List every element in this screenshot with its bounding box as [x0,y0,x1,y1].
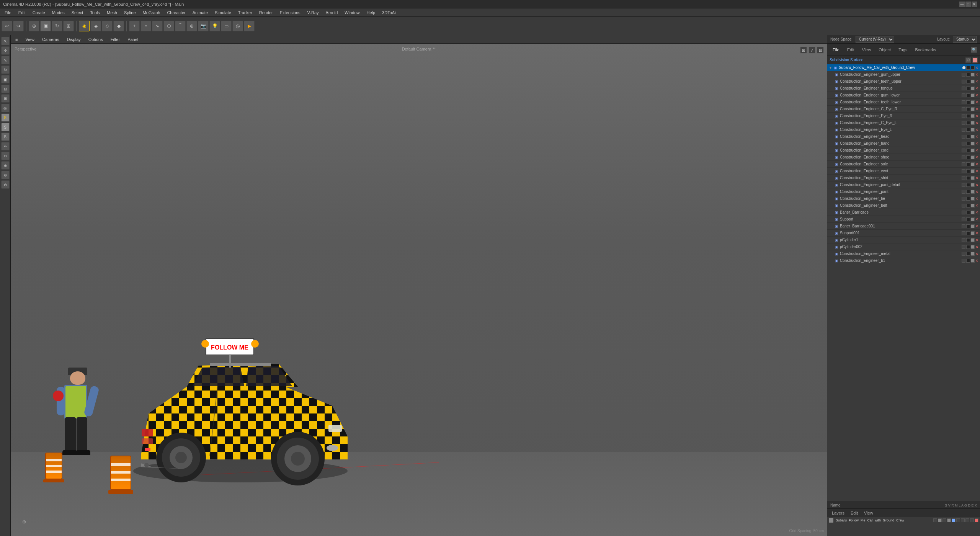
tree-item-13[interactable]: ▣ Construction_Engineer_sole ✕ [827,161,980,168]
menu-item-simulate[interactable]: Simulate [212,10,234,16]
del-icon-10[interactable]: ✕ [975,142,978,145]
del-icon-9[interactable]: ✕ [975,135,978,139]
rotate-btn[interactable]: ↻ [1,65,10,74]
tree-item-17[interactable]: ▣ Construction_Engineer_pant ✕ [827,188,980,195]
material-button[interactable]: ◎ [232,21,243,31]
tree-item-3[interactable]: ▣ Construction_Engineer_gum_lower ✕ [827,92,980,99]
menu-item-spline[interactable]: Spline [121,10,139,16]
tree-item-19[interactable]: ▣ Construction_Engineer_belt ✕ [827,202,980,209]
rotate-tool-button[interactable]: ↻ [52,21,62,31]
menu-item-edit[interactable]: Edit [15,10,29,16]
delete-icon[interactable]: ✕ [975,66,978,70]
tree-item-5[interactable]: ▣ Construction_Engineer_C_Eye_R ✕ [827,106,980,113]
tree-item-11[interactable]: ▣ Construction_Engineer_cord ✕ [827,147,980,154]
del-icon-17[interactable]: ✕ [975,190,978,194]
menu-item-window[interactable]: Window [341,10,363,16]
tree-item-0[interactable]: ▣ Construction_Engineer_gum_upper ✕ [827,71,980,78]
del-icon-14[interactable]: ✕ [975,169,978,173]
del-icon-5[interactable]: ✕ [975,107,978,111]
menu-item-file[interactable]: File [2,10,15,16]
viewport-menu-cameras[interactable]: View [23,36,37,42]
boole-button[interactable]: ⊕ [186,21,197,31]
del-icon-15[interactable]: ✕ [975,176,978,180]
del-icon-24[interactable]: ✕ [975,238,978,242]
del-icon-21[interactable]: ✕ [975,217,978,221]
del-icon-26[interactable]: ✕ [975,252,978,256]
tree-item-16[interactable]: ▣ Construction_Engineer_pant_detail ✕ [827,181,980,188]
floor-button[interactable]: ▭ [221,21,232,31]
del-icon-19[interactable]: ✕ [975,204,978,208]
tool14-btn[interactable]: ⊕ [1,161,10,170]
layers-tab-edit[interactable]: Edit [849,510,859,516]
menu-item-mesh[interactable]: Mesh [104,10,120,16]
del-icon-0[interactable]: ✕ [975,73,978,77]
del-icon-13[interactable]: ✕ [975,162,978,166]
tool5-btn[interactable]: ▣ [1,75,10,83]
del-icon-18[interactable]: ✕ [975,197,978,201]
menu-item-tools[interactable]: Tools [87,10,103,16]
menu-item-modes[interactable]: Modes [49,10,68,16]
menu-item-tracker[interactable]: Tracker [235,10,255,16]
tree-item-1[interactable]: ▣ Construction_Engineer_teeth_upper ✕ [827,78,980,85]
menu-item-extensions[interactable]: Extensions [277,10,304,16]
tree-item-4[interactable]: ▣ Construction_Engineer_teeth_lower ✕ [827,99,980,106]
tool11-btn[interactable]: S [1,132,10,141]
menu-item-create[interactable]: Create [29,10,48,16]
scale-tool-button[interactable]: ▣ [40,21,51,31]
del-icon-27[interactable]: ✕ [975,259,978,263]
menu-item-character[interactable]: Character [164,10,188,16]
viewport-menu-extra[interactable]: Panel [125,36,140,42]
search-button[interactable]: 🔍 [971,47,977,53]
viewport-menu-filter[interactable]: Options [86,36,105,42]
del-icon-8[interactable]: ✕ [975,128,978,132]
tool10-btn[interactable]: S [1,123,10,131]
select-tool-btn[interactable]: ↖ [1,37,10,45]
tree-item-25[interactable]: ▣ pCylinder002 ✕ [827,243,980,250]
redo-button[interactable]: ↪ [13,21,24,31]
move-tool-button[interactable]: ⊕ [29,21,39,31]
maximize-button[interactable]: □ [965,2,971,7]
viewport[interactable]: FOLLOW ME [11,44,827,536]
tree-item-23[interactable]: ▣ Support001 ✕ [827,230,980,237]
del-icon-23[interactable]: ✕ [975,231,978,235]
tool15-btn[interactable]: ⊖ [1,171,10,179]
tool9-btn[interactable]: S [1,113,10,122]
tree-item-9[interactable]: ▣ Construction_Engineer_head ✕ [827,133,980,140]
scale-btn[interactable]: ⤡ [1,56,10,64]
del-icon-25[interactable]: ✕ [975,245,978,249]
tree-item-15[interactable]: ▣ Construction_Engineer_shirt ✕ [827,175,980,181]
layers-tab-layers[interactable]: Layers [830,510,846,516]
layers-tab-view[interactable]: View [862,510,875,516]
menu-item-help[interactable]: Help [363,10,378,16]
render-button[interactable]: ▶ [244,21,255,31]
viewport-menu-view[interactable]: ≡ [13,36,20,42]
del-icon-2[interactable]: ✕ [975,87,978,90]
del-icon-11[interactable]: ✕ [975,149,978,152]
panel-tab-view[interactable]: View [860,47,874,53]
camera-button[interactable]: 📷 [198,21,209,31]
tree-item-7[interactable]: ▣ Construction_Engineer_C_Eye_L ✕ [827,119,980,126]
menu-item-v-ray[interactable]: V-Ray [304,10,322,16]
viewport-layout-button[interactable]: ⊟ [817,47,824,54]
menu-item-arnold[interactable]: Arnold [323,10,341,16]
del-icon-7[interactable]: ✕ [975,121,978,125]
undo-button[interactable]: ↩ [2,21,12,31]
viewport-menu-options[interactable]: Display [65,36,83,42]
select-button[interactable]: ⊞ [63,21,74,31]
menu-item-3dtoai[interactable]: 3DToAi [379,10,399,16]
tree-item-12[interactable]: ▣ Construction_Engineer_shoe ✕ [827,154,980,161]
bend-button[interactable]: ⌒ [175,21,186,31]
tree-item-10[interactable]: ▣ Construction_Engineer_hand ✕ [827,140,980,147]
panel-tab-object[interactable]: Object [876,47,893,53]
tree-item-root[interactable]: ▼ ▣ Subaru_Follow_Me_Car_with_Ground_Cre… [827,64,980,71]
close-button[interactable]: ✕ [972,2,977,7]
minimize-button[interactable]: — [959,2,965,7]
model-mode-button[interactable]: ◉ [79,21,90,31]
menu-item-mograph[interactable]: MoGraph [140,10,163,16]
tree-item-2[interactable]: ▣ Construction_Engineer_tongue ✕ [827,85,980,92]
del-icon-1[interactable]: ✕ [975,80,978,83]
panel-tab-file[interactable]: File [830,47,842,53]
tree-item-27[interactable]: ▣ Construction_Engineer_b1 ✕ [827,257,980,264]
edge-mode-button[interactable]: ◈ [90,21,101,31]
tool12-btn[interactable]: ✏ [1,142,10,150]
